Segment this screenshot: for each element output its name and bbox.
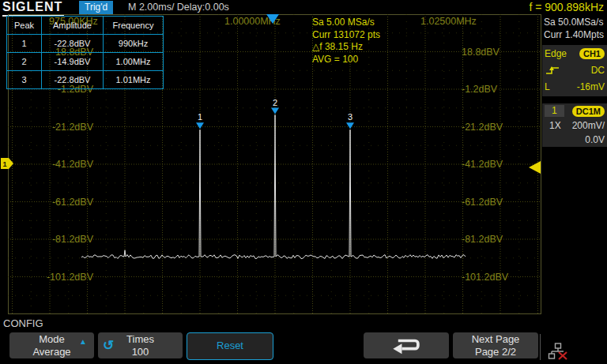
acquisition-sample-rate: Sa 50.0MSa/s (544, 17, 605, 28)
db-axis-label: -41.2dBV (26, 159, 93, 170)
db-axis-label: -81.2dBV (462, 234, 503, 245)
trigger-coupling: DC (591, 65, 605, 76)
lan-disconnected-icon (548, 343, 568, 360)
trigger-source-badge: CH1 (579, 48, 605, 59)
channel-number-tab: 1 (545, 105, 564, 117)
mode-button-label: Mode (39, 333, 65, 345)
peak-table-header: Frequency (104, 17, 163, 35)
table-cell: 1.01MHz (104, 71, 163, 88)
channel-offset: 0.0V (585, 134, 605, 145)
db-axis-label: -1.2dBV (462, 84, 497, 95)
chevron-up-icon: ▲ (79, 336, 87, 348)
page-indicator: Page 2/2 (453, 346, 538, 358)
back-arrow-icon (388, 336, 424, 356)
acquisition-mem-depth: Curr 1.40Mpts (544, 29, 605, 40)
freq-axis-label: 1.02500MHz (420, 16, 477, 27)
next-page-label: Next Page (453, 333, 538, 346)
rising-edge-icon (545, 65, 560, 75)
reset-button[interactable]: Reset (187, 332, 273, 360)
fft-sample-rate: Sa 5.00 MSa/s (312, 17, 380, 29)
table-cell: -22.8dBV (42, 35, 104, 53)
trigger-mode: Edge (545, 48, 567, 59)
trigger-level-prefix: L (545, 81, 550, 92)
fft-average-count: AVG = 100 (312, 54, 380, 66)
table-cell: 1.00MHz (104, 53, 163, 71)
freq-axis-label: 1.00000MHz (224, 16, 281, 27)
db-axis-label: -61.2dBV (462, 197, 503, 208)
db-axis-label: -61.2dBV (26, 197, 93, 208)
table-cell: 1 (7, 35, 42, 53)
knob-rotate-icon: ↺ (103, 337, 114, 354)
next-page-button[interactable]: Next Page Page 2/2 (453, 332, 538, 358)
fft-info-block: Sa 5.00 MSa/s Curr 131072 pts △f 38.15 H… (312, 17, 380, 66)
table-cell: -14.9dBV (42, 53, 104, 71)
table-cell: -22.8dBV (42, 71, 104, 88)
db-axis-label: -101.2dBV (26, 272, 93, 283)
peak-table-header: Peak (7, 17, 42, 35)
times-button[interactable]: ↺ Times 100 (98, 332, 183, 358)
channel1-status-box[interactable]: 1 DC1M 1X 200mV/ 0.0V (542, 103, 607, 147)
db-axis-label: -81.2dBV (26, 234, 93, 245)
db-axis-label: -21.2dBV (26, 122, 93, 133)
channel-coupling-badge: DC1M (572, 106, 605, 117)
table-cell: 3 (7, 71, 42, 88)
trigger-level-value: -16mV (577, 81, 605, 92)
db-axis-label: -41.2dBV (462, 159, 503, 170)
fft-points: Curr 131072 pts (312, 29, 380, 42)
oscilloscope-screen: SIGLENT Trig'd M 2.00ms/ Delay:0.00s f =… (0, 0, 607, 364)
mode-button[interactable]: Mode▲ Average (9, 332, 94, 358)
back-button[interactable] (364, 332, 449, 358)
peak-table-header: Amplitude (42, 17, 104, 35)
fft-delta-f: △f 38.15 Hz (312, 41, 380, 54)
footer-divider (540, 334, 541, 360)
channel-scale: 200mV/ (572, 120, 605, 131)
table-cell: 990kHz (104, 35, 163, 53)
db-axis-label: -21.2dBV (462, 122, 503, 133)
channel-probe: 1X (545, 120, 561, 131)
db-axis-label: -101.2dBV (462, 272, 508, 283)
db-axis-label: 18.8dBV (462, 47, 500, 58)
menu-title: CONFIG (3, 317, 43, 329)
peak-table: Peak Amplitude Frequency 1 -22.8dBV 990k… (6, 16, 164, 89)
trigger-status-box[interactable]: Edge CH1 DC L -16mV (542, 45, 607, 96)
table-cell: 2 (7, 53, 42, 71)
